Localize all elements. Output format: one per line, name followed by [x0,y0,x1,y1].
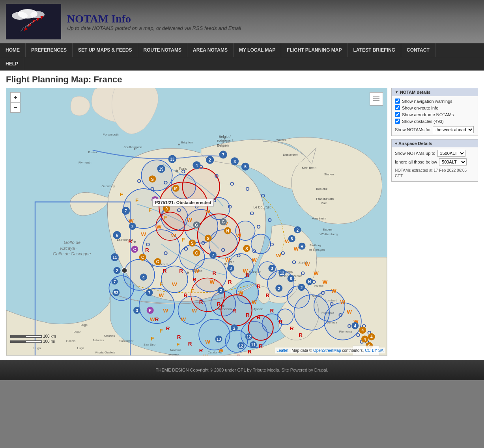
ignore-below-label: Ignore all those below [395,160,437,164]
aerodrome-label: Show aerodrome NOTAMs [402,112,454,117]
svg-text:W: W [331,288,336,294]
svg-text:2: 2 [220,288,222,293]
extracted-text: NOTAMs extracted at 17 Feb 2022 06:05 CE… [395,168,475,179]
leaflet-link[interactable]: Leaflet [277,348,288,353]
svg-text:Golfe de Gascogne: Golfe de Gascogne [53,251,91,256]
svg-text:O: O [256,224,260,230]
nav-preferences[interactable]: PREFERENCES [26,43,73,57]
en-route-label: Show en-route info [402,106,438,110]
svg-text:F: F [176,342,179,348]
svg-text:G: G [156,260,159,264]
scale-100mi-label: 100 mi [43,339,55,344]
svg-text:W: W [181,316,186,322]
svg-text:Mannheim: Mannheim [312,217,326,220]
aerodrome-checkbox[interactable] [395,112,400,117]
nav-setup[interactable]: SET UP MAPS & FEEDS [73,43,138,57]
nav-flight-planning-map[interactable]: FLIGHT PLANNING MAP [281,43,348,57]
svg-text:R: R [259,343,263,349]
svg-text:Brighton: Brighton [181,141,192,144]
svg-text:9: 9 [165,207,168,211]
nav-warnings-checkbox[interactable] [395,99,400,104]
svg-text:13: 13 [217,337,221,342]
svg-text:5: 5 [244,165,247,169]
zoom-out-button[interactable]: − [10,102,21,113]
svg-text:O: O [267,217,271,223]
footer: THEME DESIGN Copyright © 2009 under GPL … [0,360,484,380]
svg-text:3: 3 [230,266,232,271]
svg-text:G: G [222,220,225,224]
nav-route-notams[interactable]: ROUTE NOTAMS [138,43,187,57]
svg-text:Navarra: Navarra [170,348,181,352]
svg-text:12: 12 [239,344,243,348]
svg-text:O: O [252,248,256,254]
svg-text:W: W [205,208,210,214]
nav-latest-briefing[interactable]: LATEST BRIEFING [348,43,401,57]
svg-text:8: 8 [291,237,293,241]
notam-details-header: ▼ NOTAM details [392,88,478,96]
svg-text:R: R [166,325,170,331]
airspace-panel-header[interactable]: + + Airspace Details [392,139,478,147]
en-route-checkbox[interactable] [395,105,400,110]
show-up-to-select[interactable]: 3500ALT 500ALT 1000ALT 2000ALT 5000ALT F… [437,150,465,157]
svg-text:Belgien: Belgien [217,143,229,147]
svg-text:C: C [153,198,156,202]
svg-text:Main: Main [321,201,327,205]
show-notams-select[interactable]: the week ahead today 2 weeks month [433,126,474,133]
svg-text:7: 7 [148,291,151,295]
show-up-to-row: Show NOTAMs up to 3500ALT 500ALT 1000ALT… [395,150,475,157]
zoom-in-button[interactable]: + [10,92,21,102]
svg-text:4: 4 [142,275,145,280]
svg-text:O: O [184,246,188,252]
map-zoom-controls: + − [10,92,21,113]
svg-text:W: W [340,299,345,305]
notam-details-label: NOTAM details [400,90,430,95]
svg-text:W: W [150,316,155,322]
svg-text:R: R [128,238,132,244]
sidebar: ▼ NOTAM details Show navigation warnings… [391,88,478,356]
svg-text:2: 2 [209,158,211,162]
nav-area-notams[interactable]: AREA NOTAMS [187,43,234,57]
svg-text:R: R [184,292,188,298]
svg-text:Württemberg: Württemberg [320,232,337,236]
svg-text:N: N [226,229,229,233]
svg-point-122 [199,319,230,350]
svg-point-356 [122,268,127,273]
svg-text:W: W [252,257,257,263]
svg-text:F: F [120,191,123,197]
svg-text:O: O [212,197,216,203]
map-container[interactable]: Paris Bordeaux Lyon La Rochelle Toulouse [6,88,387,356]
svg-text:R: R [257,314,261,320]
svg-text:O: O [146,242,150,247]
svg-text:O: O [245,186,249,192]
svg-text:Guernsey: Guernsey [101,184,115,188]
svg-text:4: 4 [361,328,364,333]
svg-text:R: R [248,349,252,355]
svg-text:2: 2 [116,269,118,273]
svg-text:2: 2 [233,326,235,331]
obstacles-checkbox[interactable] [395,119,400,124]
svg-text:W: W [203,353,208,355]
map-layer-button[interactable] [370,92,383,106]
nav-contact[interactable]: CONTACT [401,43,435,57]
svg-text:W: W [294,246,299,252]
svg-text:C: C [141,255,144,260]
svg-text:W: W [238,290,243,296]
svg-point-130 [221,295,252,326]
svg-text:R: R [188,341,192,347]
main-nav: HOME PREFERENCES SET UP MAPS & FEEDS ROU… [0,43,484,57]
svg-text:O: O [261,193,265,199]
nav-home[interactable]: HOME [0,43,26,57]
nav-my-local-map[interactable]: MY LOCAL MAP [234,43,281,57]
svg-text:Plymouth: Plymouth [78,161,92,164]
svg-text:O: O [137,178,141,184]
nav-help[interactable]: HELP [0,57,24,71]
svg-text:R: R [279,319,283,325]
svg-text:4: 4 [364,337,366,342]
svg-text:6: 6 [116,233,118,238]
svg-text:W: W [314,270,319,276]
svg-text:33: 33 [170,157,175,162]
ignore-below-select[interactable]: 500ALT ground 1000ALT 2000ALT 3500ALT [439,158,467,165]
license-link[interactable]: CC-BY-SA [365,348,383,353]
osm-link[interactable]: OpenStreetMap [313,348,341,353]
map-scale-bar: 100 km 100 mi [10,334,56,344]
